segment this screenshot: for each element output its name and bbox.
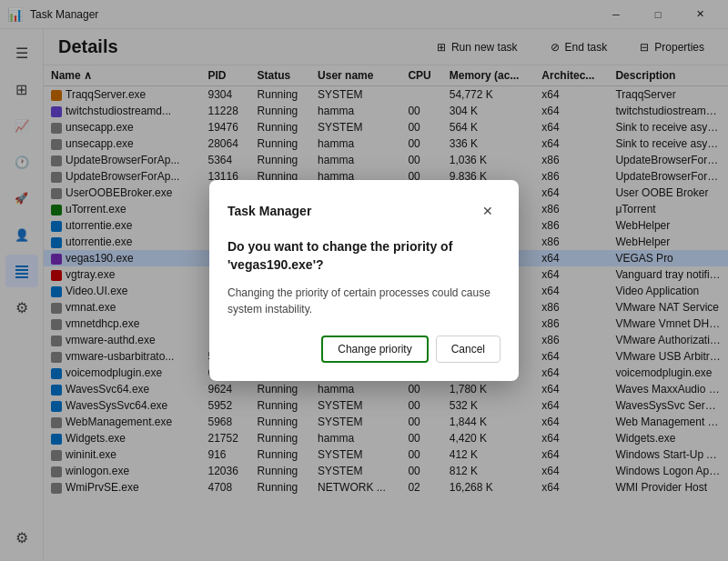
dialog-body: Changing the priority of certain process… [228, 285, 500, 317]
change-priority-button[interactable]: Change priority [321, 336, 428, 363]
dialog-titlebar: Task Manager ✕ [228, 198, 500, 224]
dialog-footer: Change priority Cancel [228, 336, 500, 363]
dialog-heading: Do you want to change the priority of 'v… [228, 238, 500, 274]
dialog-close-button[interactable]: ✕ [475, 198, 500, 224]
dialog-title: Task Manager [228, 204, 311, 218]
dialog-overlay: Task Manager ✕ Do you want to change the… [0, 0, 728, 561]
change-priority-dialog: Task Manager ✕ Do you want to change the… [209, 180, 519, 381]
cancel-button[interactable]: Cancel [436, 336, 500, 363]
